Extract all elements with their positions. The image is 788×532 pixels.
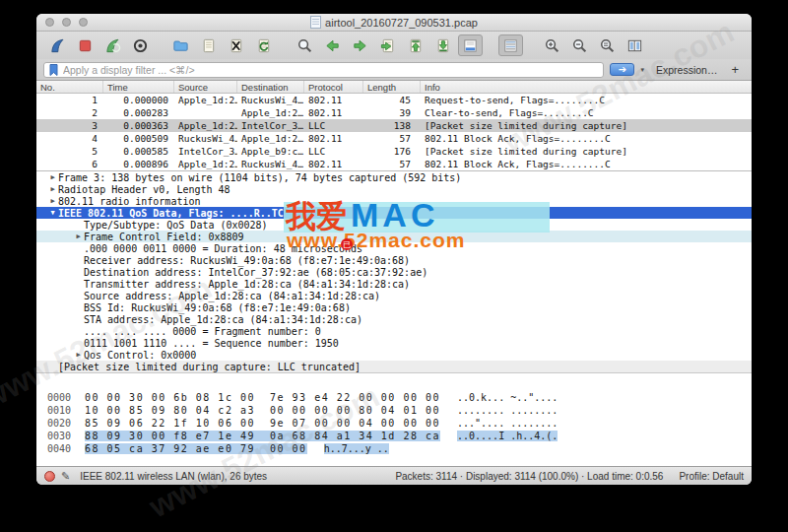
minimize-window-button[interactable] [62,18,71,27]
detail-row[interactable]: ▶Frame 3: 138 bytes on wire (1104 bits),… [36,171,752,183]
detail-row[interactable]: ▶802.11 radio information [36,195,752,207]
column-header-no[interactable]: No. [36,81,103,93]
profile-button[interactable]: Profile: Default [679,471,744,482]
packet-cell-destination: Apple_1d:2… [237,107,304,118]
expert-info-icon[interactable] [44,471,55,482]
detail-row[interactable]: Source address: Apple_1d:28:ca (84:a1:34… [36,290,752,301]
zoom-window-button[interactable] [79,18,88,27]
display-filter-input[interactable]: Apply a display filter ... <⌘/> [43,62,604,78]
column-header-source[interactable]: Source [174,81,237,93]
hex-ascii: ...".... ........ [457,418,558,429]
go-to-packet-button[interactable] [375,34,400,56]
window-title-area: airtool_20160727_090531.pcap [36,14,752,31]
packet-row[interactable]: 20.000283Apple_1d:2…802.1139Clear-to-sen… [36,106,752,119]
wireshark-start-button[interactable] [45,34,70,56]
column-header-length[interactable]: Length [363,81,421,93]
packet-cell-info: Clear-to-send, Flags=........C [421,107,752,118]
filter-bar: Apply a display filter ... <⌘/> ➔ ▾ Expr… [36,59,752,81]
detail-row-text: [Packet size limited during capture: LLC… [58,362,361,372]
go-forward-button[interactable] [348,34,372,56]
detail-row-text: Source address: Apple_1d:28:ca (84:a1:34… [84,291,380,301]
capture-stop-button[interactable] [73,34,98,56]
filter-dropdown-caret[interactable]: ▾ [640,66,644,74]
detail-row[interactable]: ▼IEEE 802.11 QoS Data, Flags: ....R..TC [36,207,752,219]
packet-cell-source: RuckusWi_4… [174,133,237,144]
packet-cell-time: 0.000283 [103,107,174,118]
wireshark-restart-icon [104,37,121,54]
detail-row-text: Frame 3: 138 bytes on wire (1104 bits), … [58,172,461,183]
hex-row[interactable]: 002085 09 06 22 1f 10 06 00 9e 07 00 00 … [47,417,752,430]
collapsed-arrow-icon[interactable]: ▶ [73,233,84,240]
detail-row[interactable]: BSS Id: RuckusWi_49:0a:68 (f8:e7:1e:49:0… [36,301,752,313]
wireshark-restart-button[interactable] [100,34,125,56]
hex-offset: 0010 [47,405,73,416]
detail-row-text: Frame Control Field: 0x8809 [84,232,244,242]
packet-row[interactable]: 40.000509RuckusWi_4…Apple_1d:2…802.11578… [36,132,752,145]
detail-row[interactable]: .... .... .... 0000 = Fragment number: 0 [36,325,752,337]
go-last-button[interactable] [430,34,455,56]
column-header-info[interactable]: Info [421,81,752,93]
packet-row[interactable]: 30.000363Apple_1d:2…IntelCor_3…LLC138[Pa… [36,119,752,132]
resize-columns-button[interactable] [623,34,647,56]
detail-row[interactable]: Type/Subtype: QoS Data (0x0028) [36,219,752,231]
hex-row[interactable]: 001010 00 85 09 80 04 c2 a3 00 00 00 00 … [47,404,752,417]
detail-row[interactable]: Receiver address: RuckusWi_49:0a:68 (f8:… [36,254,752,266]
capture-options-icon [132,37,149,54]
hex-row[interactable]: 003088 09 30 00 f8 e7 1e 49 0a 68 84 a1 … [47,430,752,442]
zoom-out-icon [571,37,588,54]
close-window-button[interactable] [45,18,54,27]
auto-scroll-button[interactable] [458,34,483,56]
detail-row[interactable]: 0111 1001 1110 .... = Sequence number: 1… [36,337,752,349]
collapsed-arrow-icon[interactable]: ▶ [47,173,58,181]
packet-cell-destination: RuckusWi_4… [237,159,304,169]
capture-options-button[interactable] [128,34,153,56]
titlebar: airtool_20160727_090531.pcap [36,14,752,32]
zoom-original-button[interactable] [595,34,620,56]
detail-row[interactable]: Transmitter address: Apple_1d:28:ca (84:… [36,278,752,290]
zoom-in-button[interactable] [540,34,564,56]
detail-row-text: STA address: Apple_1d:28:ca (84:a1:34:1d… [84,314,362,325]
collapsed-arrow-icon[interactable]: ▶ [47,197,58,205]
apply-filter-button[interactable]: ➔ [610,63,634,76]
go-back-button[interactable] [320,34,345,56]
column-header-protocol[interactable]: Protocol [304,81,363,93]
file-open-button[interactable] [168,34,193,56]
add-filter-button[interactable]: + [729,62,745,77]
file-reload-button[interactable] [251,34,276,56]
packet-cell-info: [Packet size limited during capture] [421,120,752,131]
packet-cell-no: 5 [36,146,103,157]
detail-row[interactable]: Destination address: IntelCor_37:92:ae (… [36,266,752,278]
file-save-button[interactable] [196,34,221,56]
zoom-out-button[interactable] [567,34,592,56]
expression-button[interactable]: Expression… [650,64,723,76]
detail-row[interactable]: STA address: Apple_1d:28:ca (84:a1:34:1d… [36,313,752,325]
file-reload-icon [255,37,272,54]
expanded-arrow-icon[interactable]: ▼ [47,209,58,217]
detail-row[interactable]: ▶Radiotap Header v0, Length 48 [36,183,752,195]
collapsed-arrow-icon[interactable]: ▶ [47,185,58,193]
detail-row-text: BSS Id: RuckusWi_49:0a:68 (f8:e7:1e:49:0… [84,302,351,313]
file-close-button[interactable] [224,34,248,56]
go-last-icon [434,37,451,54]
window-title: airtool_20160727_090531.pcap [325,17,478,29]
detail-row[interactable]: [Packet size limited during capture: LLC… [36,361,752,372]
packet-cell-protocol: 802.11 [304,107,363,118]
packet-cell-destination: IntelCor_3… [237,120,304,131]
go-first-button[interactable] [403,34,427,56]
find-packet-button[interactable] [293,34,317,56]
detail-row[interactable]: .000 0000 0011 0000 = Duration: 48 micro… [36,242,752,254]
detail-row[interactable]: ▶Frame Control Field: 0x8809 [36,231,752,242]
column-header-destination[interactable]: Destination [237,81,304,93]
hex-row[interactable]: 000000 00 30 00 6b 08 1c 00 7e 93 e4 22 … [47,391,752,404]
packet-row[interactable]: 50.000585IntelCor_3…Apple_b9:c…LLC176[Pa… [36,145,752,158]
detail-row[interactable]: ▶Qos Control: 0x0000 [36,349,752,361]
packet-cell-destination: Apple_b9:c… [237,146,304,157]
packet-row[interactable]: 60.000896Apple_1d:2…RuckusWi_4…802.11578… [36,158,752,170]
packet-row[interactable]: 10.000000Apple_1d:2…RuckusWi_4…802.1145R… [36,94,752,106]
hex-row[interactable]: 004068 05 ca 37 92 ae e0 79 00 00h..7...… [47,442,752,455]
column-header-time[interactable]: Time [103,81,174,93]
colorize-button[interactable] [498,34,523,56]
capture-comment-icon[interactable]: ✎ [61,470,70,483]
collapsed-arrow-icon[interactable]: ▶ [73,351,84,359]
pane-splitter[interactable] [36,372,752,386]
